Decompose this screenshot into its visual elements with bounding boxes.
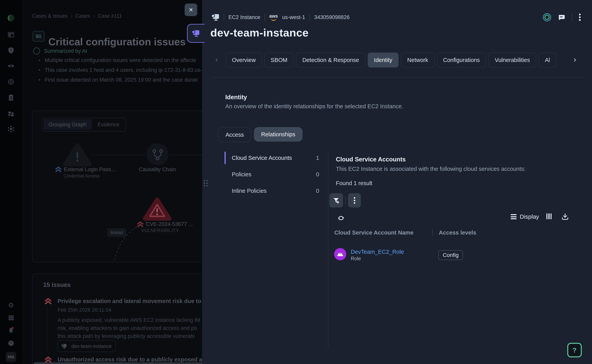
tab-network[interactable]: Network <box>401 52 434 67</box>
attack-spider-icon[interactable] <box>7 125 15 133</box>
edge-label-linked: linked <box>108 228 126 237</box>
display-label: Display <box>520 213 539 220</box>
issue-title[interactable]: Privilege escalation and lateral movemen… <box>58 298 202 304</box>
display-button[interactable]: Display <box>511 213 539 220</box>
column-header-access-levels[interactable]: Access levels <box>439 229 476 236</box>
nav-item-count: 0 <box>316 171 319 178</box>
divider <box>224 14 224 21</box>
notifications-bell-icon[interactable] <box>7 326 15 334</box>
grouping-graph-card: Grouping Graph Evidence <box>32 110 202 262</box>
user-avatar[interactable]: MB <box>6 352 16 362</box>
divider <box>265 14 265 21</box>
app-sidebar: ⚙ ? MB <box>0 0 22 364</box>
graph-node-warning-icon[interactable] <box>63 142 92 168</box>
tab-detection-response[interactable]: Detection & Response <box>296 52 365 67</box>
aws-logo-icon: aws <box>269 14 278 21</box>
issue-severity-icon <box>45 298 52 305</box>
case-page: Cases & Issues › Cases › Case #111 90 Cr… <box>22 0 202 364</box>
divider <box>432 229 433 236</box>
add-filter-button[interactable] <box>330 193 343 208</box>
divider <box>572 13 572 21</box>
dashboard-icon[interactable] <box>7 31 15 39</box>
drawer-tabs: Overview SBOM Detection & Response Ident… <box>226 52 563 67</box>
graph-node-cve-icon[interactable] <box>142 196 172 222</box>
nav-item-inline-policies[interactable]: Inline Policies 0 <box>232 184 319 197</box>
breadcrumb-cases[interactable]: Cases <box>75 13 90 19</box>
gear-glyph: ⚙ <box>8 301 14 309</box>
refresh-icon[interactable] <box>337 214 345 222</box>
display-icon <box>511 214 517 219</box>
table-options-button[interactable] <box>348 193 361 208</box>
inventory-clipboard-icon[interactable] <box>7 94 15 102</box>
ai-summary-label: Summarized by AI <box>44 48 87 54</box>
bullet-icon: • <box>39 57 40 63</box>
breadcrumb-case-111[interactable]: Case #111 <box>98 13 122 19</box>
bottom-scroll-strip[interactable] <box>34 362 202 364</box>
identity-section-description: An overview of the identity relationship… <box>225 103 403 110</box>
tab-sbom[interactable]: SBOM <box>264 52 294 67</box>
orca-logo-icon <box>7 14 15 22</box>
account-name-link[interactable]: DevTeam_EC2_Role <box>351 249 404 255</box>
help-circle-icon[interactable]: ? <box>7 339 15 347</box>
result-count-label: Found 1 result <box>336 180 372 187</box>
nav-item-policies[interactable]: Policies 0 <box>232 168 319 181</box>
close-icon[interactable]: ✕ <box>185 4 197 16</box>
ai-bullet: •First issue detected on March 08, 2025 … <box>39 77 198 83</box>
graph-node1-sublabel: Credential Access <box>63 173 100 179</box>
graph-node1-label[interactable]: External Login Pass... <box>64 167 115 173</box>
tab-vulnerabilities[interactable]: Vulnerabilities <box>489 52 536 67</box>
graph-node-causality-icon[interactable] <box>146 142 169 166</box>
kebab-menu-icon[interactable] <box>579 13 581 21</box>
issues-count-header: 15 issues <box>43 281 71 288</box>
tab-identity[interactable]: Identity <box>368 52 399 67</box>
settings-gear-icon[interactable]: ⚙ <box>7 301 15 309</box>
divider <box>211 77 584 78</box>
subtab-access[interactable]: Access <box>218 127 251 142</box>
asset-tag-chip[interactable]: dev-team-instance <box>58 340 116 352</box>
issue-title[interactable]: Unauthorized access risk due to a public… <box>58 356 202 363</box>
divider <box>328 151 328 349</box>
help-button[interactable]: ? <box>567 343 582 357</box>
drawer-resize-handle[interactable] <box>204 180 208 189</box>
account-id-label: 343059098826 <box>314 14 350 20</box>
breadcrumb-cases-issues[interactable]: Cases & Issues <box>32 13 67 19</box>
breadcrumb-sep-icon: › <box>93 13 95 19</box>
tabs-scroll-right-icon[interactable]: › <box>573 56 577 64</box>
graph-node3-label[interactable]: CVE-2024-53677 ... <box>146 221 193 227</box>
case-score-badge: 90 <box>33 31 44 42</box>
visibility-eye-icon[interactable] <box>7 62 15 70</box>
tab-alerts[interactable]: Al <box>538 52 556 67</box>
relationship-nav: Cloud Service Accounts 1 Policies 0 Inli… <box>232 151 319 201</box>
tabs-scroll-left-icon[interactable]: ‹ <box>215 56 218 64</box>
monitor-icon <box>61 344 67 349</box>
issue-description: A publicly exposed, vulnerable AWS EC2 i… <box>58 316 200 324</box>
tab-overview[interactable]: Overview <box>226 52 262 67</box>
subtab-relationships[interactable]: Relationships <box>254 127 302 142</box>
access-level-config-chip[interactable]: Config <box>438 250 463 260</box>
apps-grid-icon[interactable] <box>7 314 15 322</box>
download-icon[interactable] <box>561 213 569 221</box>
asset-drawer-tab[interactable] <box>187 24 204 43</box>
region-label: us-west-1 <box>282 14 305 20</box>
identity-section-heading: Identity <box>225 94 247 101</box>
nav-item-count: 1 <box>316 155 319 161</box>
issue-connector-line <box>47 307 47 351</box>
column-header-account-name[interactable]: Cloud Service Account Name <box>334 229 413 236</box>
breadcrumb-sep-icon: › <box>71 13 73 19</box>
risk-shield-icon[interactable] <box>7 46 15 54</box>
columns-icon[interactable] <box>546 213 552 219</box>
nav-item-label: Inline Policies <box>232 188 267 194</box>
nav-item-cloud-service-accounts[interactable]: Cloud Service Accounts 1 <box>232 151 319 164</box>
table-toolbar <box>330 193 361 208</box>
graph-node2-label[interactable]: Causality Chain <box>139 167 176 173</box>
comment-icon[interactable] <box>558 14 565 21</box>
tab-configurations[interactable]: Configurations <box>437 52 486 67</box>
identity-subtabs: Access Relationships <box>218 127 303 142</box>
drawer-header: EC2 Instance aws us-west-1 343059098826 <box>212 12 350 23</box>
ai-summary-header: Summarized by AI <box>33 47 87 54</box>
ai-assistant-icon[interactable] <box>543 13 551 21</box>
org-blocks-icon[interactable] <box>7 110 15 117</box>
accounts-panel-heading: Cloud Service Accounts <box>336 156 406 163</box>
divider <box>345 196 346 205</box>
target-icon[interactable] <box>7 78 15 86</box>
